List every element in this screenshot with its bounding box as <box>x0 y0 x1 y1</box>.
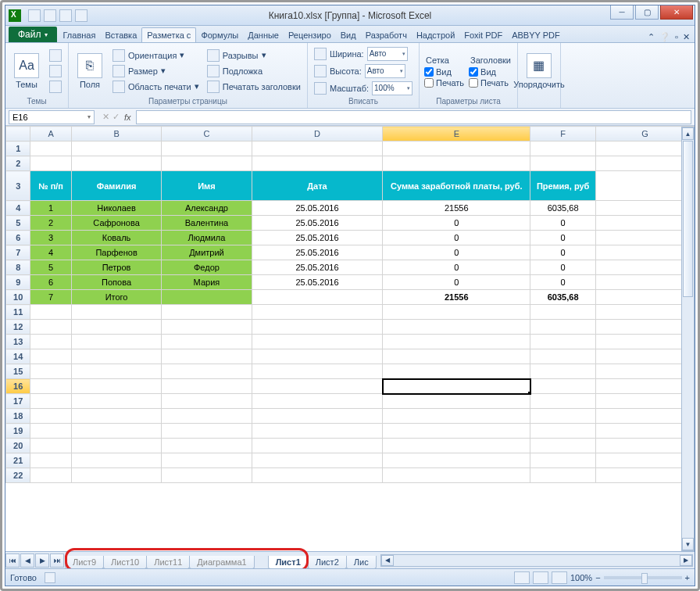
cell[interactable] <box>71 453 161 468</box>
cell[interactable]: 0 <box>383 216 530 231</box>
cell[interactable] <box>383 439 530 453</box>
cell[interactable]: 21556 <box>383 290 530 305</box>
cell[interactable]: 6 <box>30 275 71 290</box>
row-header[interactable]: 21 <box>6 453 30 468</box>
cell[interactable] <box>530 305 596 320</box>
cell[interactable] <box>71 364 161 379</box>
worksheet[interactable]: ABCDEFG123№ п/пФамилияИмяДатаСумма зараб… <box>5 126 695 483</box>
cell[interactable] <box>252 335 383 349</box>
cell[interactable] <box>596 201 695 216</box>
size-button[interactable]: Размер ▾ <box>111 64 201 78</box>
cell[interactable]: 3 <box>30 231 71 245</box>
cell[interactable] <box>383 453 530 468</box>
cell[interactable]: 5 <box>30 260 71 275</box>
scroll-left-icon[interactable]: ◀ <box>381 555 394 566</box>
row-header[interactable]: 14 <box>6 349 30 364</box>
fx-cancel-icon[interactable]: ✕ <box>102 112 109 122</box>
cell[interactable]: 0 <box>383 260 530 275</box>
row-header[interactable]: 13 <box>6 335 30 349</box>
cell[interactable] <box>30 468 71 483</box>
cell[interactable]: 25.05.2016 <box>252 245 383 260</box>
row-header[interactable]: 19 <box>6 424 30 439</box>
cell[interactable] <box>30 453 71 468</box>
quick-access-toolbar[interactable] <box>23 9 88 22</box>
cell[interactable] <box>30 394 71 409</box>
name-box[interactable]: E16 <box>9 110 95 124</box>
cell[interactable] <box>252 379 383 394</box>
cell[interactable] <box>596 305 695 320</box>
cell[interactable] <box>596 364 695 379</box>
cell[interactable] <box>596 141 695 156</box>
cell[interactable]: 0 <box>530 275 596 290</box>
cell[interactable] <box>596 424 695 439</box>
cell[interactable] <box>596 245 695 260</box>
row-header[interactable]: 2 <box>6 156 30 171</box>
cell[interactable] <box>596 453 695 468</box>
cell[interactable] <box>383 364 530 379</box>
qat-redo-icon[interactable] <box>59 9 72 22</box>
row-header[interactable]: 3 <box>6 171 30 201</box>
tab-abbyy[interactable]: ABBYY PDF <box>507 28 565 42</box>
cell[interactable] <box>71 305 161 320</box>
cell[interactable] <box>252 468 383 483</box>
theme-fonts-button[interactable] <box>48 64 63 78</box>
cell[interactable]: Валентина <box>162 216 252 231</box>
tab-formulas[interactable]: Формулы <box>196 28 243 42</box>
cell[interactable] <box>530 409 596 424</box>
cell[interactable]: 0 <box>530 260 596 275</box>
cell[interactable] <box>162 305 252 320</box>
margins-button[interactable]: ⎘ Поля <box>73 45 106 97</box>
col-header[interactable]: F <box>530 127 596 141</box>
cell[interactable]: Николаев <box>71 201 161 216</box>
cell[interactable]: 1 <box>30 201 71 216</box>
cell[interactable] <box>30 439 71 453</box>
vertical-scrollbar[interactable]: ▲ ▼ <box>681 127 695 551</box>
nav-first-icon[interactable]: ⏮ <box>5 553 20 568</box>
sheet-tab[interactable]: Лис <box>346 556 377 569</box>
cell[interactable] <box>252 394 383 409</box>
row-header[interactable]: 10 <box>6 290 30 305</box>
cell[interactable] <box>383 349 530 364</box>
row-header[interactable]: 17 <box>6 394 30 409</box>
row-header[interactable]: 7 <box>6 245 30 260</box>
theme-effects-button[interactable] <box>48 80 63 94</box>
cell[interactable] <box>530 141 596 156</box>
cell[interactable]: 21556 <box>383 201 530 216</box>
cell[interactable] <box>252 156 383 171</box>
cell[interactable] <box>530 468 596 483</box>
nav-prev-icon[interactable]: ◀ <box>20 553 34 568</box>
row-header[interactable]: 11 <box>6 305 30 320</box>
cell[interactable] <box>162 424 252 439</box>
fx-enter-icon[interactable]: ✓ <box>112 112 120 122</box>
cell[interactable] <box>162 320 252 335</box>
zoom-value[interactable]: 100% <box>570 573 592 582</box>
sheet-tab[interactable]: Лист2 <box>308 556 347 569</box>
tab-foxit[interactable]: Foxit PDF <box>459 28 507 42</box>
cell[interactable]: Людмила <box>162 231 252 245</box>
close-workbook-icon[interactable]: ✕ <box>683 32 690 42</box>
cell[interactable] <box>162 468 252 483</box>
cell[interactable] <box>596 409 695 424</box>
col-header[interactable]: E <box>383 127 530 141</box>
cell[interactable]: Александр <box>162 201 252 216</box>
tab-data[interactable]: Данные <box>243 28 284 42</box>
cell[interactable] <box>530 349 596 364</box>
qat-save-icon[interactable] <box>28 9 41 22</box>
row-header[interactable]: 1 <box>6 141 30 156</box>
cell[interactable] <box>530 453 596 468</box>
cell[interactable]: Сафронова <box>71 216 161 231</box>
tab-review[interactable]: Рецензиро <box>284 28 336 42</box>
cell[interactable]: Дмитрий <box>162 245 252 260</box>
tab-insert[interactable]: Вставка <box>100 28 141 42</box>
printtitles-button[interactable]: Печатать заголовки <box>205 80 302 94</box>
cell[interactable] <box>383 394 530 409</box>
row-header[interactable]: 8 <box>6 260 30 275</box>
scroll-right-icon[interactable]: ▶ <box>680 555 692 566</box>
cell[interactable]: 6035,68 <box>530 201 596 216</box>
cell[interactable] <box>383 424 530 439</box>
cell[interactable] <box>530 320 596 335</box>
cell[interactable] <box>71 439 161 453</box>
cell[interactable] <box>30 305 71 320</box>
cell[interactable] <box>162 156 252 171</box>
cell[interactable] <box>162 394 252 409</box>
